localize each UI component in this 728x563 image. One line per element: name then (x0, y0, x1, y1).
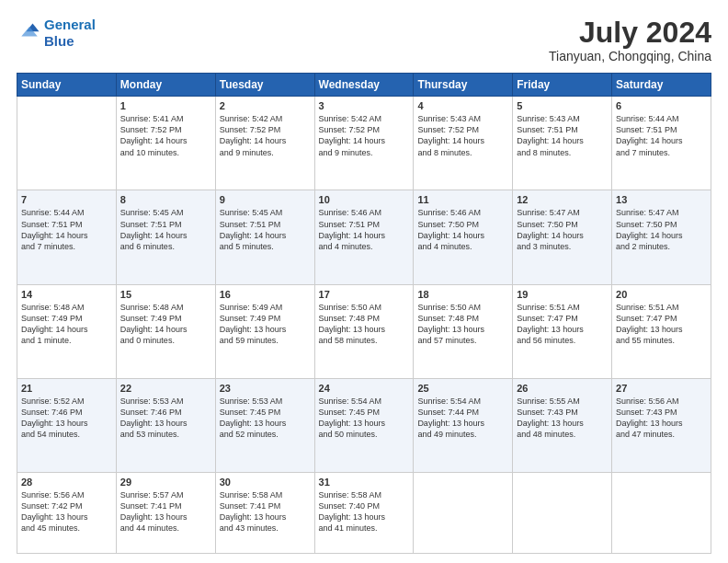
day-number: 12 (517, 194, 608, 205)
cell-info: Sunrise: 5:48 AM Sunset: 7:49 PM Dayligh… (120, 302, 211, 347)
cell-info: Sunrise: 5:53 AM Sunset: 7:46 PM Dayligh… (120, 396, 211, 441)
day-number: 6 (616, 100, 707, 111)
day-number: 18 (417, 289, 508, 300)
table-row: 24Sunrise: 5:54 AM Sunset: 7:45 PM Dayli… (314, 378, 414, 472)
cell-info: Sunrise: 5:42 AM Sunset: 7:52 PM Dayligh… (220, 113, 311, 158)
table-row (414, 473, 513, 554)
cell-info: Sunrise: 5:45 AM Sunset: 7:51 PM Dayligh… (120, 207, 211, 252)
day-number: 28 (21, 477, 112, 488)
day-number: 29 (120, 477, 211, 488)
cell-info: Sunrise: 5:50 AM Sunset: 7:48 PM Dayligh… (319, 302, 410, 347)
day-number: 13 (616, 194, 707, 205)
logo-general: General (44, 17, 96, 32)
day-number: 16 (220, 289, 311, 300)
table-row: 25Sunrise: 5:54 AM Sunset: 7:44 PM Dayli… (414, 378, 513, 472)
cell-info: Sunrise: 5:51 AM Sunset: 7:47 PM Dayligh… (616, 302, 707, 347)
table-row: 17Sunrise: 5:50 AM Sunset: 7:48 PM Dayli… (314, 284, 414, 378)
cell-info: Sunrise: 5:46 AM Sunset: 7:50 PM Dayligh… (417, 207, 508, 252)
cell-info: Sunrise: 5:56 AM Sunset: 7:42 PM Dayligh… (21, 489, 112, 534)
cell-info: Sunrise: 5:58 AM Sunset: 7:41 PM Dayligh… (220, 489, 311, 534)
cell-info: Sunrise: 5:54 AM Sunset: 7:45 PM Dayligh… (319, 396, 410, 441)
table-row: 23Sunrise: 5:53 AM Sunset: 7:45 PM Dayli… (215, 378, 314, 472)
day-number: 7 (21, 194, 112, 205)
cell-info: Sunrise: 5:42 AM Sunset: 7:52 PM Dayligh… (319, 113, 410, 158)
table-row: 18Sunrise: 5:50 AM Sunset: 7:48 PM Dayli… (414, 284, 513, 378)
cell-info: Sunrise: 5:52 AM Sunset: 7:46 PM Dayligh… (21, 396, 112, 441)
header-monday: Monday (116, 74, 215, 97)
cell-info: Sunrise: 5:57 AM Sunset: 7:41 PM Dayligh… (120, 489, 211, 534)
table-row (17, 97, 117, 190)
table-row: 22Sunrise: 5:53 AM Sunset: 7:46 PM Dayli… (116, 378, 215, 472)
day-number: 24 (319, 383, 410, 394)
table-row: 26Sunrise: 5:55 AM Sunset: 7:43 PM Dayli… (513, 378, 612, 472)
table-row: 16Sunrise: 5:49 AM Sunset: 7:49 PM Dayli… (215, 284, 314, 378)
cell-info: Sunrise: 5:46 AM Sunset: 7:51 PM Dayligh… (319, 207, 410, 252)
logo-icon (17, 20, 42, 46)
day-number: 2 (220, 100, 311, 111)
day-number: 20 (616, 289, 707, 300)
header: General Blue July 2024 Tianyuan, Chongqi… (17, 17, 711, 63)
table-row: 2Sunrise: 5:42 AM Sunset: 7:52 PM Daylig… (215, 97, 314, 190)
logo-text: General Blue (44, 17, 96, 50)
table-row: 12Sunrise: 5:47 AM Sunset: 7:50 PM Dayli… (513, 190, 612, 284)
table-row: 31Sunrise: 5:58 AM Sunset: 7:40 PM Dayli… (314, 473, 414, 554)
cell-info: Sunrise: 5:43 AM Sunset: 7:51 PM Dayligh… (517, 113, 608, 158)
cell-info: Sunrise: 5:47 AM Sunset: 7:50 PM Dayligh… (517, 207, 608, 252)
day-number: 15 (120, 289, 211, 300)
day-number: 23 (220, 383, 311, 394)
table-row: 21Sunrise: 5:52 AM Sunset: 7:46 PM Dayli… (17, 378, 117, 472)
day-number: 8 (120, 194, 211, 205)
day-number: 5 (517, 100, 608, 111)
calendar-table: Sunday Monday Tuesday Wednesday Thursday… (17, 73, 711, 554)
table-row: 3Sunrise: 5:42 AM Sunset: 7:52 PM Daylig… (314, 97, 414, 190)
day-number: 9 (220, 194, 311, 205)
table-row: 9Sunrise: 5:45 AM Sunset: 7:51 PM Daylig… (215, 190, 314, 284)
table-row: 28Sunrise: 5:56 AM Sunset: 7:42 PM Dayli… (17, 473, 117, 554)
calendar-week-row: 28Sunrise: 5:56 AM Sunset: 7:42 PM Dayli… (17, 473, 711, 554)
cell-info: Sunrise: 5:45 AM Sunset: 7:51 PM Dayligh… (220, 207, 311, 252)
day-number: 27 (616, 383, 707, 394)
day-number: 1 (120, 100, 211, 111)
day-number: 11 (417, 194, 508, 205)
table-row: 20Sunrise: 5:51 AM Sunset: 7:47 PM Dayli… (612, 284, 711, 378)
table-row (513, 473, 612, 554)
table-row: 15Sunrise: 5:48 AM Sunset: 7:49 PM Dayli… (116, 284, 215, 378)
day-number: 19 (517, 289, 608, 300)
title-block: July 2024 Tianyuan, Chongqing, China (549, 17, 711, 63)
header-tuesday: Tuesday (215, 74, 314, 97)
day-number: 17 (319, 289, 410, 300)
cell-info: Sunrise: 5:53 AM Sunset: 7:45 PM Dayligh… (220, 396, 311, 441)
calendar-week-row: 14Sunrise: 5:48 AM Sunset: 7:49 PM Dayli… (17, 284, 711, 378)
header-friday: Friday (513, 74, 612, 97)
day-number: 4 (417, 100, 508, 111)
header-saturday: Saturday (612, 74, 711, 97)
cell-info: Sunrise: 5:50 AM Sunset: 7:48 PM Dayligh… (417, 302, 508, 347)
cell-info: Sunrise: 5:55 AM Sunset: 7:43 PM Dayligh… (517, 396, 608, 441)
cell-info: Sunrise: 5:43 AM Sunset: 7:52 PM Dayligh… (417, 113, 508, 158)
table-row: 6Sunrise: 5:44 AM Sunset: 7:51 PM Daylig… (612, 97, 711, 190)
table-row (612, 473, 711, 554)
calendar-week-row: 7Sunrise: 5:44 AM Sunset: 7:51 PM Daylig… (17, 190, 711, 284)
day-number: 31 (319, 477, 410, 488)
table-row: 30Sunrise: 5:58 AM Sunset: 7:41 PM Dayli… (215, 473, 314, 554)
table-row: 19Sunrise: 5:51 AM Sunset: 7:47 PM Dayli… (513, 284, 612, 378)
location: Tianyuan, Chongqing, China (549, 49, 711, 63)
day-number: 25 (417, 383, 508, 394)
cell-info: Sunrise: 5:44 AM Sunset: 7:51 PM Dayligh… (616, 113, 707, 158)
table-row: 8Sunrise: 5:45 AM Sunset: 7:51 PM Daylig… (116, 190, 215, 284)
cell-info: Sunrise: 5:49 AM Sunset: 7:49 PM Dayligh… (220, 302, 311, 347)
cell-info: Sunrise: 5:47 AM Sunset: 7:50 PM Dayligh… (616, 207, 707, 252)
header-sunday: Sunday (17, 74, 117, 97)
cell-info: Sunrise: 5:54 AM Sunset: 7:44 PM Dayligh… (417, 396, 508, 441)
calendar-header-row: Sunday Monday Tuesday Wednesday Thursday… (17, 74, 711, 97)
table-row: 27Sunrise: 5:56 AM Sunset: 7:43 PM Dayli… (612, 378, 711, 472)
table-row: 7Sunrise: 5:44 AM Sunset: 7:51 PM Daylig… (17, 190, 117, 284)
cell-info: Sunrise: 5:58 AM Sunset: 7:40 PM Dayligh… (319, 489, 410, 534)
day-number: 21 (21, 383, 112, 394)
day-number: 26 (517, 383, 608, 394)
table-row: 13Sunrise: 5:47 AM Sunset: 7:50 PM Dayli… (612, 190, 711, 284)
header-thursday: Thursday (414, 74, 513, 97)
calendar-week-row: 1Sunrise: 5:41 AM Sunset: 7:52 PM Daylig… (17, 97, 711, 190)
table-row: 29Sunrise: 5:57 AM Sunset: 7:41 PM Dayli… (116, 473, 215, 554)
day-number: 3 (319, 100, 410, 111)
